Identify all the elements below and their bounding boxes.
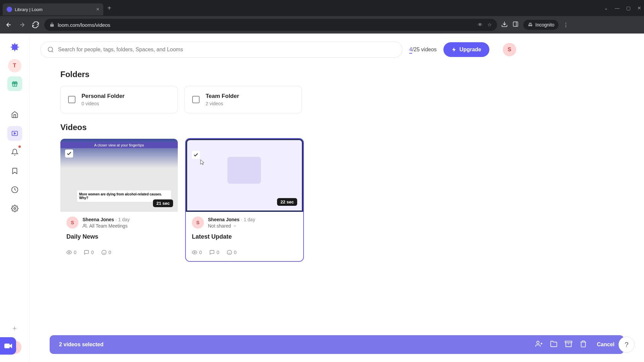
svg-point-13 <box>84 224 85 226</box>
svg-point-14 <box>68 252 70 253</box>
smile-icon <box>101 250 107 255</box>
url-bar[interactable]: loom.com/looms/videos 👁 ☆ <box>44 19 497 31</box>
notifications-icon[interactable] <box>7 145 22 160</box>
video-thumbnail[interactable]: 22 sec <box>186 139 303 212</box>
video-stats: 0 0 0 <box>66 250 172 255</box>
svg-point-10 <box>14 207 16 209</box>
svg-point-17 <box>227 250 231 254</box>
video-card[interactable]: 22 sec S Sheena Jones · 1 day Not shared <box>186 139 303 261</box>
download-icon[interactable] <box>501 21 508 29</box>
cancel-button[interactable]: Cancel <box>597 342 614 348</box>
menu-icon[interactable]: ⋮ <box>563 22 569 28</box>
move-folder-icon[interactable] <box>550 340 557 349</box>
video-checkbox-checked[interactable] <box>65 149 73 158</box>
archive-icon[interactable] <box>565 340 572 349</box>
svg-rect-23 <box>5 344 9 348</box>
comment-icon <box>209 250 215 255</box>
eye-off-icon[interactable]: 👁 <box>478 22 483 28</box>
browser-toolbar: loom.com/looms/videos 👁 ☆ Incognito ⋮ <box>0 16 644 34</box>
history-icon[interactable] <box>7 182 22 197</box>
workspace-avatar[interactable]: T <box>8 59 21 72</box>
author-name: Sheena Jones <box>83 217 114 222</box>
thumb-banner: A closer view at your fingertips <box>60 142 178 148</box>
folder-checkbox[interactable] <box>192 96 200 103</box>
folder-name: Personal Folder <box>82 93 124 100</box>
author-avatar: S <box>66 217 78 229</box>
upgrade-button[interactable]: Upgrade <box>443 42 489 57</box>
video-age: · 1 day <box>116 217 130 222</box>
svg-point-18 <box>537 341 539 344</box>
user-avatar[interactable]: S <box>503 43 516 56</box>
svg-rect-21 <box>565 341 572 343</box>
left-sidebar: T + A <box>0 34 30 362</box>
cursor-icon <box>199 158 205 166</box>
folder-card[interactable]: Personal Folder 0 videos <box>60 86 178 113</box>
close-window-icon[interactable]: ✕ <box>637 5 641 11</box>
selection-toolbar: 2 videos selected Cancel <box>50 335 624 354</box>
folder-name: Team Folder <box>206 93 239 100</box>
video-duration: 22 sec <box>277 198 297 206</box>
topbar: 4/25 videos Upgrade S <box>40 34 633 60</box>
back-button[interactable] <box>4 20 13 29</box>
window-controls: ⌄ — ▢ ✕ <box>604 5 641 11</box>
browser-tab-strip: Library | Loom × + ⌄ — ▢ ✕ <box>0 0 644 16</box>
thumb-illustration-icon <box>227 157 261 184</box>
svg-point-3 <box>530 24 532 26</box>
lock-icon <box>50 22 54 27</box>
browser-tab[interactable]: Library | Loom × <box>3 3 103 15</box>
tab-favicon-icon <box>7 7 12 12</box>
incognito-badge[interactable]: Incognito <box>523 20 558 30</box>
svg-point-15 <box>102 250 106 254</box>
loom-logo-icon[interactable] <box>7 40 22 55</box>
incognito-icon <box>527 22 533 28</box>
chevron-down-icon <box>233 224 237 228</box>
share-users-icon[interactable] <box>535 340 543 349</box>
minimize-icon[interactable]: — <box>615 5 620 11</box>
new-tab-button[interactable]: + <box>107 4 111 12</box>
share-status[interactable]: Not shared <box>208 223 255 229</box>
svg-point-11 <box>48 47 53 52</box>
video-card[interactable]: A closer view at your fingertips More wo… <box>60 139 178 261</box>
chevron-down-icon[interactable]: ⌄ <box>604 5 608 11</box>
bookmark-icon[interactable] <box>7 164 22 178</box>
star-icon[interactable]: ☆ <box>487 22 492 28</box>
panel-icon[interactable] <box>513 21 519 28</box>
folder-checkbox[interactable] <box>68 96 75 103</box>
folder-card[interactable]: Team Folder 2 videos <box>184 86 302 113</box>
search-input[interactable] <box>40 42 402 58</box>
selection-count: 2 videos selected <box>59 342 104 348</box>
tab-close-icon[interactable]: × <box>96 6 99 12</box>
video-age: · 1 day <box>241 217 255 222</box>
folders-heading: Folders <box>40 70 633 79</box>
settings-icon[interactable] <box>7 201 22 216</box>
video-title: Latest Update <box>192 233 297 240</box>
incognito-label: Incognito <box>535 22 554 27</box>
add-icon[interactable]: + <box>7 321 22 336</box>
videos-heading: Videos <box>40 123 633 132</box>
lightning-icon <box>451 47 457 52</box>
home-icon[interactable] <box>7 107 22 122</box>
video-checkbox-checked[interactable] <box>192 151 200 159</box>
library-icon[interactable] <box>7 126 22 141</box>
share-status[interactable]: All Team Meetings <box>83 223 130 229</box>
video-thumbnail[interactable]: A closer view at your fingertips More wo… <box>60 139 178 212</box>
forward-button[interactable] <box>17 20 27 29</box>
video-quota: 4/25 videos <box>409 47 437 53</box>
svg-line-12 <box>52 51 53 52</box>
main-content: 4/25 videos Upgrade S Folders Personal F… <box>30 34 644 362</box>
video-duration: 21 sec <box>153 199 173 207</box>
search-icon <box>47 46 54 53</box>
video-stats: 0 0 0 <box>192 250 297 255</box>
reload-button[interactable] <box>31 20 40 29</box>
gift-icon[interactable] <box>7 76 22 91</box>
svg-point-16 <box>194 252 195 253</box>
record-button[interactable] <box>0 337 16 355</box>
delete-icon[interactable] <box>580 340 587 349</box>
eye-icon <box>66 250 72 255</box>
folder-video-count: 2 videos <box>206 101 239 106</box>
comment-icon <box>84 250 89 255</box>
url-text: loom.com/looms/videos <box>58 22 110 28</box>
maximize-icon[interactable]: ▢ <box>626 5 631 11</box>
help-button[interactable]: ? <box>619 337 635 353</box>
svg-rect-0 <box>513 22 518 26</box>
